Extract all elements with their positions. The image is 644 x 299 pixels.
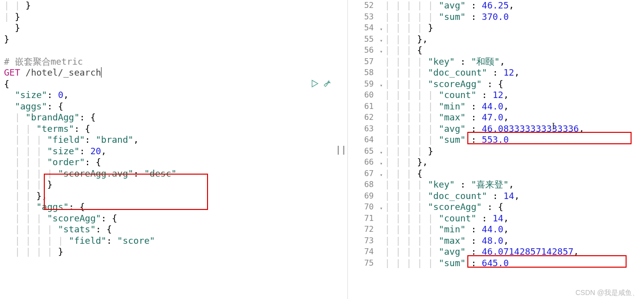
gutter-line: 60: [348, 90, 374, 101]
response-line: | | | | | "max" : 47.0,: [378, 112, 644, 123]
gutter-line: 73: [348, 235, 374, 247]
code-line: "aggs": {: [0, 101, 347, 112]
gutter-line: 72: [348, 224, 374, 235]
response-line: | | | | | "max" : 48.0,: [378, 235, 644, 247]
response-line: ▾| | | },: [378, 157, 644, 168]
comment-line: # 嵌套聚合metric: [4, 56, 83, 67]
gutter-line: 58: [348, 67, 374, 79]
http-path: /hotel/_search: [20, 67, 102, 78]
gutter-line: 66: [348, 157, 374, 168]
gutter-line: 61: [348, 101, 374, 112]
gutter-line: 68: [348, 179, 374, 191]
response-line: | | | | | "avg" : 46.25,: [378, 0, 644, 11]
request-editor-pane[interactable]: | | } | } } } # 嵌套聚合metric GET /hotel/_s…: [0, 0, 347, 299]
response-line: ▾| | | },: [378, 34, 644, 45]
gutter-line: 64: [348, 134, 374, 146]
code-line: | | | "size": 20,: [0, 146, 347, 157]
code-line: | | | | | "field": "score": [0, 235, 347, 247]
response-line: | | | | | "min" : 44.0,: [378, 101, 644, 112]
response-line: | | | | | "sum" : 645.0: [378, 258, 644, 269]
response-viewer-pane[interactable]: 5253545556575859606162636465666768697071…: [347, 0, 644, 299]
gutter-line: 74: [348, 246, 374, 258]
response-line: | | | | | "avg" : 46.083333333333336,: [378, 123, 644, 135]
line-gutter: 5253545556575859606162636465666768697071…: [348, 0, 378, 299]
code-line: | | "aggs": {: [0, 201, 347, 213]
gutter-line: 55: [348, 34, 374, 45]
code-line: | | },: [0, 191, 347, 202]
response-line: ▾| | | | }: [378, 22, 644, 34]
gutter-line: 63: [348, 123, 374, 135]
gutter-line: 54: [348, 22, 374, 34]
gutter-line: 59: [348, 79, 374, 90]
response-line: | | | | | "sum" : 553.0: [378, 134, 644, 146]
response-line: | | | | | "count" : 12,: [378, 90, 644, 101]
response-line: | | | | | "min" : 44.0,: [378, 224, 644, 235]
gutter-line: 69: [348, 191, 374, 202]
response-line: | | | | | "count" : 14,: [378, 213, 644, 224]
code-line: | | "terms": {: [0, 123, 347, 135]
code-line: | | }: [0, 0, 347, 11]
response-line: | | | | "doc_count" : 14,: [378, 191, 644, 202]
request-line: GET /hotel/_search: [0, 67, 347, 79]
gutter-line: 57: [348, 56, 374, 68]
gutter-line: 52: [348, 0, 374, 11]
code-line: }: [0, 22, 347, 34]
watermark-text: CSDN @我是咸鱼、: [575, 289, 639, 298]
gutter-line: 67: [348, 168, 374, 180]
code-area[interactable]: | | } | } } } # 嵌套聚合metric GET /hotel/_s…: [0, 0, 347, 258]
response-line: ▾| | | | "scoreAgg" : {: [378, 79, 644, 90]
response-line: ▾| | | {: [378, 168, 644, 180]
fold-toggle-icon: [378, 259, 385, 271]
gutter-line: 65: [348, 146, 374, 157]
response-line: | | | | "doc_count" : 12,: [378, 67, 644, 79]
code-line: | | | "field": "brand",: [0, 134, 347, 146]
gutter-line: 56: [348, 45, 374, 56]
svg-marker-0: [312, 80, 318, 87]
http-method: GET: [4, 67, 20, 78]
code-line: | | | }: [0, 179, 347, 191]
code-line: {: [0, 79, 347, 90]
text-cursor-icon: I: [552, 121, 555, 132]
response-line: ▾| | | | }: [378, 146, 644, 157]
gutter-line: 70: [348, 201, 374, 213]
response-line: ▾| | | {: [378, 45, 644, 56]
gutter-line: 75: [348, 258, 374, 269]
code-line: | | | "scoreAgg": {: [0, 213, 347, 224]
response-code[interactable]: I | | | | | "avg" : 46.25, | | | | | "su…: [378, 0, 644, 299]
code-line: | | | "order": {: [0, 157, 347, 168]
code-line: | | | | }: [0, 246, 347, 258]
response-line: | | | | "key" : "和颐",: [378, 56, 644, 68]
response-line: | | | | | "avg" : 46.07142857142857,: [378, 246, 644, 258]
code-line: | | | | "stats": {: [0, 224, 347, 235]
code-line: # 嵌套聚合metric: [0, 56, 347, 68]
gutter-line: 71: [348, 213, 374, 224]
response-line: | | | | | "sum" : 370.0: [378, 11, 644, 23]
pane-divider-handle[interactable]: ||: [335, 144, 346, 155]
response-line: | | | | "key" : "喜来登",: [378, 179, 644, 191]
code-line: [0, 45, 347, 56]
run-request-icon[interactable]: [310, 79, 320, 91]
request-actions: [310, 79, 332, 91]
gutter-line: 62: [348, 112, 374, 123]
code-line: }: [0, 34, 347, 45]
code-line: | | | | "scoreAgg.avg": "desc": [0, 168, 347, 180]
gutter-line: 53: [348, 11, 374, 23]
code-line: | "brandAgg": {: [0, 112, 347, 123]
code-line: "size": 0,: [0, 90, 347, 101]
tool-wrench-icon[interactable]: [322, 79, 332, 91]
response-line: ▾| | | | "scoreAgg" : {: [378, 201, 644, 213]
code-line: | }: [0, 11, 347, 23]
